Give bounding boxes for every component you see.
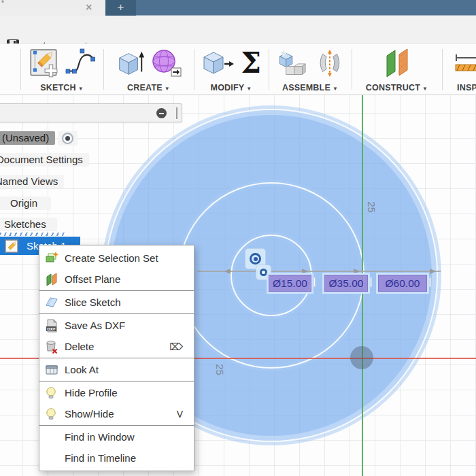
dropdown-icon: ▼ (422, 86, 428, 92)
menu-item-find-in-timeline[interactable]: Find in Timeline (39, 447, 194, 469)
dimension-arrow (354, 269, 360, 274)
menu-item-find-in-window[interactable]: Find in Window (39, 426, 194, 447)
tab-close-icon[interactable]: × (86, 0, 92, 15)
ribbon-group-sketch: SKETCH▼ (20, 44, 103, 95)
offset-plane-icon (45, 273, 58, 286)
panel-resize-grip[interactable] (176, 107, 177, 119)
menu-item-look-at[interactable]: Look At (39, 359, 194, 380)
center-point (260, 269, 267, 276)
svg-text:DXF: DXF (47, 326, 56, 330)
sketch-menu-button[interactable]: SKETCH▼ (20, 83, 103, 92)
create-sketch-icon[interactable] (29, 48, 58, 78)
visibility-radio[interactable] (58, 131, 78, 146)
dimension-value-d35[interactable]: Ø35.00 (324, 275, 368, 292)
menu-separator (39, 358, 194, 358)
slice-sketch-icon (45, 296, 58, 309)
menu-item-slice-sketch[interactable]: Slice Sketch (39, 292, 194, 313)
create-menu-button[interactable]: CREATE▼ (103, 83, 194, 92)
ribbon-group-create: CREATE▼ (103, 44, 194, 95)
spline-icon[interactable] (65, 48, 95, 78)
quick-access-toolbar: ▼ ▼ (0, 16, 476, 44)
drag-indicator (0, 233, 65, 236)
save-as-dxf-icon: DXF (45, 319, 58, 333)
dropdown-icon: ▼ (165, 86, 170, 92)
offset-plane-icon[interactable] (381, 48, 413, 79)
inspect-menu-button[interactable]: INSPECT▼ (442, 83, 476, 92)
modify-menu-button[interactable]: MODIFY▼ (194, 83, 269, 92)
radio-eye-icon (62, 133, 73, 144)
active-document-tab[interactable]: * × (0, 0, 105, 16)
joint-icon[interactable] (314, 48, 344, 79)
dimension-value-d15[interactable]: Ø15.00 (269, 275, 311, 292)
dimension-arrow (430, 269, 436, 274)
dimension-handle[interactable] (429, 277, 431, 287)
measure-icon[interactable] (454, 53, 476, 75)
concentric-rings (250, 253, 261, 265)
assemble-menu-button[interactable]: ASSEMBLE▼ (269, 83, 352, 92)
dimension-handle[interactable] (313, 277, 316, 287)
lightbulb-icon (45, 407, 58, 421)
dimension-arrow (224, 269, 231, 274)
origin-point[interactable] (350, 346, 373, 369)
selection-set-icon (45, 252, 58, 265)
browser-item-named-views[interactable]: Named Views (0, 174, 64, 189)
new-tab-button[interactable]: + (105, 0, 136, 16)
menu-item-delete[interactable]: Delete ⌦ (39, 336, 194, 357)
sketch-icon (5, 239, 18, 253)
grid-label-25-vertical: 25 (366, 201, 377, 213)
change-parameters-icon[interactable]: Σ (241, 48, 261, 78)
tab-bar: * × + (0, 0, 476, 16)
dropdown-icon: ▼ (246, 86, 252, 92)
ribbon-group-construct: CONSTRUCT▼ (352, 44, 442, 95)
browser-panel-header[interactable] (0, 103, 182, 122)
menu-item-hide-profile[interactable]: Hide Profile (39, 382, 194, 403)
menu-separator (39, 313, 194, 314)
dropdown-icon: ▼ (78, 86, 84, 92)
document-name-badge: (Unsaved) (0, 131, 55, 145)
menu-separator (39, 381, 194, 381)
construct-menu-button[interactable]: CONSTRUCT▼ (352, 83, 442, 92)
menu-separator (39, 425, 194, 426)
ribbon-group-modify: Σ MODIFY▼ (194, 44, 269, 95)
ribbon-group-inspect: INSPECT▼ (442, 44, 476, 95)
no-icon-spacer (45, 452, 58, 465)
ribbon-toolbar: SKETCH▼ CREATE▼ (0, 44, 476, 95)
grid-label-25-horizontal: 25 (214, 364, 226, 375)
menu-item-create-selection-set[interactable]: Create Selection Set (39, 248, 194, 269)
look-at-icon (45, 363, 58, 377)
form-sphere-icon[interactable] (150, 48, 184, 79)
menu-item-offset-plane[interactable]: Offset Plane (39, 269, 194, 290)
menu-item-save-as-dxf[interactable]: DXF Save As DXF (39, 315, 194, 336)
dropdown-icon: ▼ (333, 86, 338, 92)
no-icon-spacer (45, 430, 58, 444)
ribbon-group-assemble: ASSEMBLE▼ (269, 44, 352, 95)
extrude-icon[interactable] (114, 48, 146, 79)
browser-item-sketches[interactable]: Sketches (0, 217, 57, 232)
window-mark: * (1, 0, 4, 7)
menu-separator (39, 290, 194, 291)
browser-item-document-settings[interactable]: Document Settings (0, 152, 89, 167)
menu-item-show-hide[interactable]: Show/Hide V (39, 403, 194, 424)
collapse-browser-icon[interactable] (156, 108, 167, 118)
lightbulb-icon (45, 386, 58, 400)
dimension-arrow (302, 269, 308, 274)
delete-icon (45, 340, 58, 354)
dimension-line[interactable] (197, 271, 441, 272)
sketch-context-menu: Create Selection Set Offset Plane Slice … (39, 245, 194, 471)
dimension-value-d60[interactable]: Ø60.00 (378, 275, 427, 292)
browser-item-unsaved[interactable]: (Unsaved) (0, 131, 78, 146)
press-pull-icon[interactable] (201, 48, 234, 79)
new-component-icon[interactable] (276, 48, 306, 79)
browser-item-origin[interactable]: Origin (0, 196, 51, 211)
dimension-handle[interactable] (370, 277, 372, 287)
